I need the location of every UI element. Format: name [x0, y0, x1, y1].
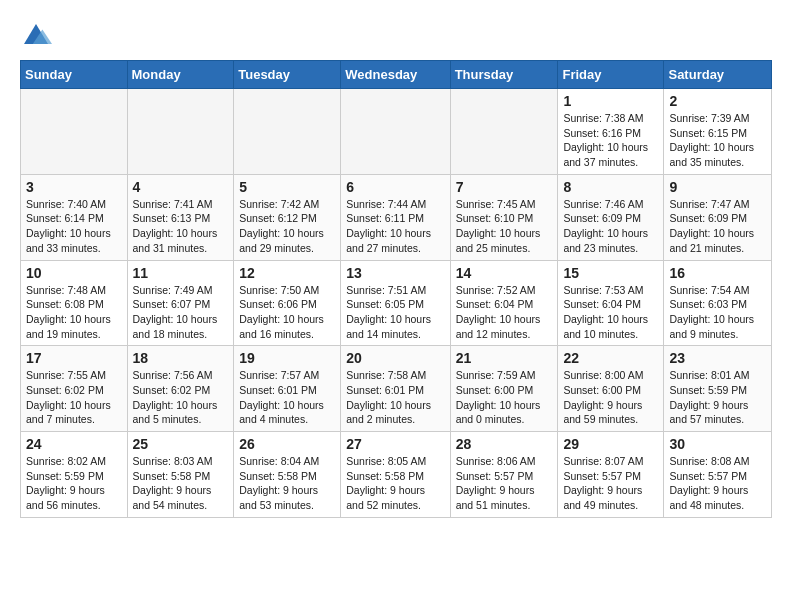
day-info: Sunrise: 7:47 AMSunset: 6:09 PMDaylight:…: [669, 197, 766, 256]
calendar-cell: 14Sunrise: 7:52 AMSunset: 6:04 PMDayligh…: [450, 260, 558, 346]
calendar-cell: 12Sunrise: 7:50 AMSunset: 6:06 PMDayligh…: [234, 260, 341, 346]
calendar-week-5: 24Sunrise: 8:02 AMSunset: 5:59 PMDayligh…: [21, 432, 772, 518]
calendar-cell: 23Sunrise: 8:01 AMSunset: 5:59 PMDayligh…: [664, 346, 772, 432]
calendar-cell: 19Sunrise: 7:57 AMSunset: 6:01 PMDayligh…: [234, 346, 341, 432]
day-info: Sunrise: 8:02 AMSunset: 5:59 PMDaylight:…: [26, 454, 122, 513]
calendar-header: SundayMondayTuesdayWednesdayThursdayFrid…: [21, 61, 772, 89]
day-info: Sunrise: 7:58 AMSunset: 6:01 PMDaylight:…: [346, 368, 444, 427]
calendar-cell: 4Sunrise: 7:41 AMSunset: 6:13 PMDaylight…: [127, 174, 234, 260]
calendar-cell: 9Sunrise: 7:47 AMSunset: 6:09 PMDaylight…: [664, 174, 772, 260]
calendar-cell: 24Sunrise: 8:02 AMSunset: 5:59 PMDayligh…: [21, 432, 128, 518]
day-number: 12: [239, 265, 335, 281]
day-number: 16: [669, 265, 766, 281]
day-number: 26: [239, 436, 335, 452]
calendar-cell: 22Sunrise: 8:00 AMSunset: 6:00 PMDayligh…: [558, 346, 664, 432]
calendar-cell: 11Sunrise: 7:49 AMSunset: 6:07 PMDayligh…: [127, 260, 234, 346]
day-number: 20: [346, 350, 444, 366]
day-info: Sunrise: 8:04 AMSunset: 5:58 PMDaylight:…: [239, 454, 335, 513]
calendar-cell: 3Sunrise: 7:40 AMSunset: 6:14 PMDaylight…: [21, 174, 128, 260]
day-info: Sunrise: 7:45 AMSunset: 6:10 PMDaylight:…: [456, 197, 553, 256]
day-number: 2: [669, 93, 766, 109]
day-number: 25: [133, 436, 229, 452]
day-number: 5: [239, 179, 335, 195]
weekday-header-friday: Friday: [558, 61, 664, 89]
day-number: 30: [669, 436, 766, 452]
day-number: 10: [26, 265, 122, 281]
weekday-header-wednesday: Wednesday: [341, 61, 450, 89]
day-number: 24: [26, 436, 122, 452]
weekday-header-saturday: Saturday: [664, 61, 772, 89]
day-number: 15: [563, 265, 658, 281]
day-info: Sunrise: 7:42 AMSunset: 6:12 PMDaylight:…: [239, 197, 335, 256]
calendar-cell: [450, 89, 558, 175]
calendar-week-1: 1Sunrise: 7:38 AMSunset: 6:16 PMDaylight…: [21, 89, 772, 175]
calendar-week-2: 3Sunrise: 7:40 AMSunset: 6:14 PMDaylight…: [21, 174, 772, 260]
calendar-cell: 7Sunrise: 7:45 AMSunset: 6:10 PMDaylight…: [450, 174, 558, 260]
calendar-cell: [127, 89, 234, 175]
day-info: Sunrise: 7:52 AMSunset: 6:04 PMDaylight:…: [456, 283, 553, 342]
calendar-body: 1Sunrise: 7:38 AMSunset: 6:16 PMDaylight…: [21, 89, 772, 518]
calendar-cell: 5Sunrise: 7:42 AMSunset: 6:12 PMDaylight…: [234, 174, 341, 260]
logo: [20, 20, 56, 52]
day-number: 28: [456, 436, 553, 452]
day-number: 21: [456, 350, 553, 366]
day-info: Sunrise: 7:59 AMSunset: 6:00 PMDaylight:…: [456, 368, 553, 427]
day-info: Sunrise: 8:08 AMSunset: 5:57 PMDaylight:…: [669, 454, 766, 513]
weekday-header-tuesday: Tuesday: [234, 61, 341, 89]
day-info: Sunrise: 7:56 AMSunset: 6:02 PMDaylight:…: [133, 368, 229, 427]
day-number: 23: [669, 350, 766, 366]
calendar-week-4: 17Sunrise: 7:55 AMSunset: 6:02 PMDayligh…: [21, 346, 772, 432]
calendar-cell: [234, 89, 341, 175]
calendar-cell: 16Sunrise: 7:54 AMSunset: 6:03 PMDayligh…: [664, 260, 772, 346]
logo-icon: [20, 20, 52, 52]
day-info: Sunrise: 8:01 AMSunset: 5:59 PMDaylight:…: [669, 368, 766, 427]
day-number: 9: [669, 179, 766, 195]
day-info: Sunrise: 7:44 AMSunset: 6:11 PMDaylight:…: [346, 197, 444, 256]
day-info: Sunrise: 7:40 AMSunset: 6:14 PMDaylight:…: [26, 197, 122, 256]
day-info: Sunrise: 7:41 AMSunset: 6:13 PMDaylight:…: [133, 197, 229, 256]
calendar-cell: 28Sunrise: 8:06 AMSunset: 5:57 PMDayligh…: [450, 432, 558, 518]
calendar-cell: 20Sunrise: 7:58 AMSunset: 6:01 PMDayligh…: [341, 346, 450, 432]
day-info: Sunrise: 7:50 AMSunset: 6:06 PMDaylight:…: [239, 283, 335, 342]
calendar-cell: 25Sunrise: 8:03 AMSunset: 5:58 PMDayligh…: [127, 432, 234, 518]
day-info: Sunrise: 7:49 AMSunset: 6:07 PMDaylight:…: [133, 283, 229, 342]
day-number: 18: [133, 350, 229, 366]
day-number: 11: [133, 265, 229, 281]
day-number: 1: [563, 93, 658, 109]
day-info: Sunrise: 8:05 AMSunset: 5:58 PMDaylight:…: [346, 454, 444, 513]
day-info: Sunrise: 7:57 AMSunset: 6:01 PMDaylight:…: [239, 368, 335, 427]
day-info: Sunrise: 8:06 AMSunset: 5:57 PMDaylight:…: [456, 454, 553, 513]
day-info: Sunrise: 8:03 AMSunset: 5:58 PMDaylight:…: [133, 454, 229, 513]
calendar-cell: 2Sunrise: 7:39 AMSunset: 6:15 PMDaylight…: [664, 89, 772, 175]
weekday-header-sunday: Sunday: [21, 61, 128, 89]
calendar-cell: 21Sunrise: 7:59 AMSunset: 6:00 PMDayligh…: [450, 346, 558, 432]
weekday-header-thursday: Thursday: [450, 61, 558, 89]
day-number: 7: [456, 179, 553, 195]
calendar-cell: 8Sunrise: 7:46 AMSunset: 6:09 PMDaylight…: [558, 174, 664, 260]
calendar-cell: 29Sunrise: 8:07 AMSunset: 5:57 PMDayligh…: [558, 432, 664, 518]
day-number: 27: [346, 436, 444, 452]
calendar-cell: 27Sunrise: 8:05 AMSunset: 5:58 PMDayligh…: [341, 432, 450, 518]
day-info: Sunrise: 7:39 AMSunset: 6:15 PMDaylight:…: [669, 111, 766, 170]
day-info: Sunrise: 7:38 AMSunset: 6:16 PMDaylight:…: [563, 111, 658, 170]
day-number: 3: [26, 179, 122, 195]
calendar-cell: 18Sunrise: 7:56 AMSunset: 6:02 PMDayligh…: [127, 346, 234, 432]
day-info: Sunrise: 7:48 AMSunset: 6:08 PMDaylight:…: [26, 283, 122, 342]
calendar-cell: 6Sunrise: 7:44 AMSunset: 6:11 PMDaylight…: [341, 174, 450, 260]
day-number: 14: [456, 265, 553, 281]
day-info: Sunrise: 7:55 AMSunset: 6:02 PMDaylight:…: [26, 368, 122, 427]
day-info: Sunrise: 7:53 AMSunset: 6:04 PMDaylight:…: [563, 283, 658, 342]
day-info: Sunrise: 8:00 AMSunset: 6:00 PMDaylight:…: [563, 368, 658, 427]
page-header: [20, 20, 772, 52]
calendar-table: SundayMondayTuesdayWednesdayThursdayFrid…: [20, 60, 772, 518]
weekday-header-monday: Monday: [127, 61, 234, 89]
day-info: Sunrise: 7:54 AMSunset: 6:03 PMDaylight:…: [669, 283, 766, 342]
day-number: 6: [346, 179, 444, 195]
calendar-week-3: 10Sunrise: 7:48 AMSunset: 6:08 PMDayligh…: [21, 260, 772, 346]
calendar-cell: 15Sunrise: 7:53 AMSunset: 6:04 PMDayligh…: [558, 260, 664, 346]
day-number: 13: [346, 265, 444, 281]
calendar-cell: 26Sunrise: 8:04 AMSunset: 5:58 PMDayligh…: [234, 432, 341, 518]
day-number: 8: [563, 179, 658, 195]
weekday-header-row: SundayMondayTuesdayWednesdayThursdayFrid…: [21, 61, 772, 89]
calendar-cell: 10Sunrise: 7:48 AMSunset: 6:08 PMDayligh…: [21, 260, 128, 346]
